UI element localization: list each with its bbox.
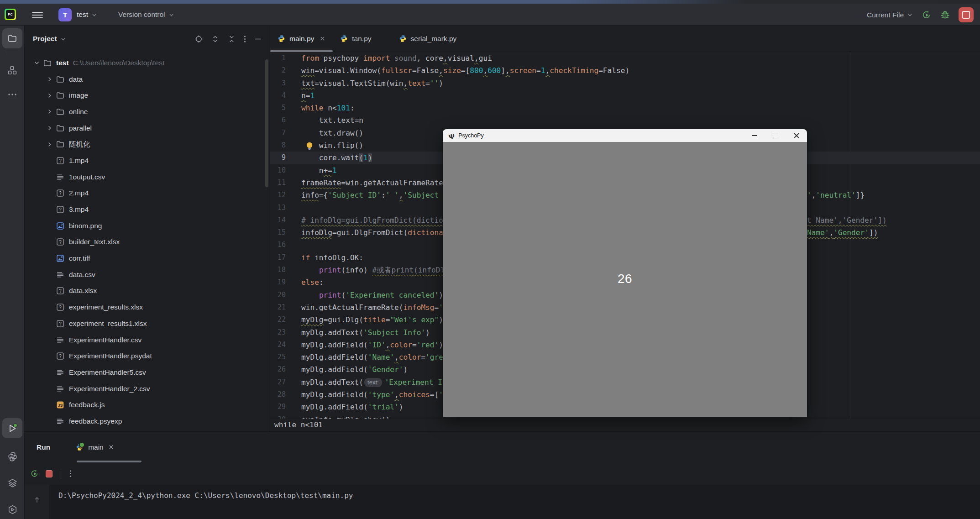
line-number-29[interactable]: 29 — [270, 401, 296, 413]
collapse-all-button[interactable] — [227, 35, 236, 43]
line-number-18[interactable]: 18 — [270, 264, 296, 276]
run-tab-main[interactable]: main — [70, 432, 120, 462]
chevron-right-icon[interactable] — [44, 92, 55, 99]
code-line-1[interactable]: from psychopy import sound, core,visual,… — [270, 52, 980, 64]
tree-item-data[interactable]: data — [25, 71, 270, 88]
tree-item-ExperimentHandler_2.csv[interactable]: ExperimentHandler_2.csv — [25, 381, 270, 397]
minimize-button[interactable] — [744, 129, 765, 142]
project-panel-title[interactable]: Project — [33, 35, 57, 43]
code-line-3[interactable]: txt=visual.TextStim(win,text='') — [270, 77, 980, 89]
tree-item-ExperimentHandler.csv[interactable]: ExperimentHandler.csv — [25, 332, 270, 348]
line-number-25[interactable]: 25 — [270, 351, 296, 363]
line-number-20[interactable]: 20 — [270, 289, 296, 301]
tab-tan.py[interactable]: tan.py — [333, 26, 378, 52]
tree-item-2.mp4[interactable]: ?2.mp4 — [25, 185, 270, 202]
tree-item-image[interactable]: image — [25, 87, 270, 104]
sidebar-item-project[interactable] — [2, 28, 22, 48]
sidebar-item-structure[interactable] — [2, 60, 22, 80]
sidebar-item-run[interactable] — [2, 418, 22, 438]
stop-process-button[interactable] — [46, 470, 52, 477]
run-config-selector[interactable]: Current File — [867, 11, 913, 19]
intention-bulb-icon[interactable] — [306, 142, 313, 153]
maximize-button[interactable] — [765, 129, 786, 142]
sidebar-item-python-packages[interactable] — [2, 499, 22, 519]
close-icon[interactable] — [320, 36, 325, 42]
tree-item-data.csv[interactable]: data.csv — [25, 267, 270, 283]
tree-item-ExperimentHandler.psydat[interactable]: ?ExperimentHandler.psydat — [25, 348, 270, 364]
line-number-28[interactable]: 28 — [270, 388, 296, 401]
rerun-button[interactable] — [921, 10, 932, 20]
locate-file-button[interactable] — [194, 35, 203, 43]
vcs-widget[interactable]: Version control — [118, 7, 174, 22]
line-number-16[interactable]: 16 — [270, 239, 296, 251]
chevron-right-icon[interactable] — [44, 141, 55, 148]
chevron-down-icon[interactable] — [31, 59, 42, 66]
more-tool-windows-button[interactable] — [2, 88, 22, 101]
stop-button[interactable] — [959, 7, 974, 22]
line-number-9[interactable]: 9 — [270, 152, 296, 164]
run-console[interactable]: D:\PsychoPy2024_2_4\python.exe C:\Users\… — [25, 485, 980, 519]
tree-item-1output.csv[interactable]: 1output.csv — [25, 169, 270, 185]
tree-item-binom.png[interactable]: binom.png — [25, 218, 270, 234]
line-number-2[interactable]: 2 — [270, 64, 296, 77]
tree-item-ExperimentHandler5.csv[interactable]: ExperimentHandler5.csv — [25, 364, 270, 381]
line-number-13[interactable]: 13 — [270, 202, 296, 214]
line-number-4[interactable]: 4 — [270, 89, 296, 102]
tree-item-test[interactable]: testC:\Users\lenovo\Desktop\test — [25, 55, 270, 71]
line-number-19[interactable]: 19 — [270, 276, 296, 288]
line-number-14[interactable]: 14 — [270, 214, 296, 226]
sidebar-item-services[interactable] — [2, 473, 22, 493]
close-icon[interactable] — [108, 444, 114, 450]
psychopy-titlebar[interactable]: ψ PsychoPy — [443, 129, 807, 142]
tree-item-corr.tiff[interactable]: corr.tiff — [25, 250, 270, 267]
line-number-21[interactable]: 21 — [270, 301, 296, 314]
chevron-right-icon[interactable] — [44, 108, 55, 115]
tree-item-feedback.js[interactable]: JSfeedback.js — [25, 397, 270, 413]
arrow-up-icon[interactable] — [33, 496, 41, 504]
line-number-8[interactable]: 8 — [270, 139, 296, 152]
line-number-7[interactable]: 7 — [270, 127, 296, 139]
code-line-2[interactable]: win=visual.Window(fullscr=False,size=[80… — [270, 64, 980, 77]
hamburger-menu-icon[interactable] — [32, 10, 43, 19]
tree-item-online[interactable]: online — [25, 104, 270, 120]
line-number-3[interactable]: 3 — [270, 77, 296, 89]
line-number-26[interactable]: 26 — [270, 363, 296, 376]
line-number-1[interactable]: 1 — [270, 52, 296, 64]
tree-item-feedback.psyexp[interactable]: feedback.psyexp — [25, 413, 270, 430]
line-number-11[interactable]: 11 — [270, 177, 296, 189]
close-button[interactable] — [786, 129, 807, 142]
code-line-4[interactable]: n=1 — [270, 89, 980, 102]
line-number-23[interactable]: 23 — [270, 326, 296, 339]
tab-serial_mark.py[interactable]: serial_mark.py — [392, 26, 464, 52]
tree-item-3.mp4[interactable]: ?3.mp4 — [25, 201, 270, 218]
tree-item-随机化[interactable]: 随机化 — [25, 136, 270, 152]
line-number-15[interactable]: 15 — [270, 226, 296, 239]
project-scrollbar[interactable] — [265, 59, 268, 187]
tree-item-builder_text.xlsx[interactable]: ?builder_text.xlsx — [25, 234, 270, 251]
console-options-button[interactable] — [69, 469, 72, 478]
tab-main.py[interactable]: main.py — [270, 26, 333, 52]
line-number-17[interactable]: 17 — [270, 252, 296, 264]
sticky-context-line[interactable]: while n<101 — [270, 419, 980, 431]
line-number-27[interactable]: 27 — [270, 376, 296, 388]
code-line-6[interactable]: txt.text=n — [270, 114, 980, 126]
editor-gutter[interactable]: 1234567891011121314151617181920212223242… — [270, 52, 296, 419]
tree-item-experiment_results.xlsx[interactable]: ?experiment_results.xlsx — [25, 299, 270, 315]
line-number-10[interactable]: 10 — [270, 164, 296, 177]
expand-all-button[interactable] — [211, 35, 220, 43]
line-number-22[interactable]: 22 — [270, 314, 296, 326]
panel-options-button[interactable] — [244, 35, 246, 43]
tree-item-experiment_results1.xlsx[interactable]: ?experiment_results1.xlsx — [25, 315, 270, 332]
chevron-right-icon[interactable] — [44, 125, 55, 131]
rerun-process-button[interactable] — [30, 469, 39, 478]
line-number-6[interactable]: 6 — [270, 114, 296, 126]
tree-item-data.xlsx[interactable]: ?data.xlsx — [25, 283, 270, 299]
hide-panel-button[interactable] — [254, 35, 262, 43]
tree-item-parallel[interactable]: parallel — [25, 120, 270, 136]
code-line-5[interactable]: while n<101: — [270, 102, 980, 114]
line-number-24[interactable]: 24 — [270, 339, 296, 351]
line-number-5[interactable]: 5 — [270, 102, 296, 114]
project-selector[interactable]: T test — [58, 7, 97, 22]
sidebar-item-python-console[interactable] — [2, 446, 22, 467]
line-number-12[interactable]: 12 — [270, 189, 296, 201]
